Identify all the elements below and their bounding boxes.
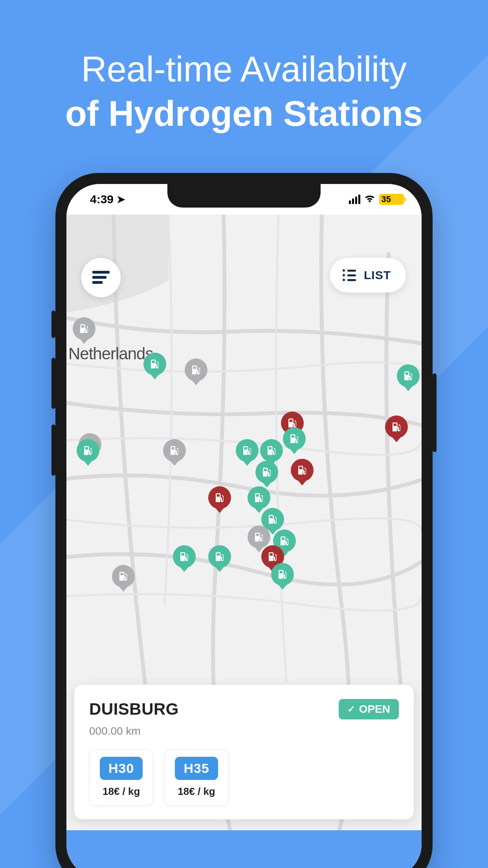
pressure-tile-h30[interactable]: H30 18€ / kg <box>89 749 153 806</box>
station-marker[interactable] <box>163 439 186 462</box>
promo-title: Real-time Availability of Hydrogen Stati… <box>0 47 488 136</box>
list-button[interactable]: LIST <box>330 258 406 292</box>
pressure-price: 18€ / kg <box>100 785 143 798</box>
station-distance: 000.00 km <box>89 725 399 737</box>
menu-icon <box>92 271 110 284</box>
station-marker[interactable] <box>208 486 231 509</box>
phone-switch <box>51 311 55 338</box>
phone-notch <box>167 184 321 208</box>
station-card[interactable]: DUISBURG ✓ OPEN 000.00 km H30 18€ / kg H… <box>74 685 414 819</box>
fuel-pump-icon <box>402 370 414 382</box>
station-marker[interactable] <box>283 427 306 450</box>
fuel-pump-icon <box>267 513 279 525</box>
list-icon <box>343 269 356 281</box>
battery-indicator: 35⚡ <box>379 194 404 205</box>
station-name: DUISBURG <box>89 700 179 719</box>
fuel-pump-icon <box>391 421 402 433</box>
station-marker[interactable] <box>208 545 231 568</box>
station-marker[interactable] <box>143 353 166 375</box>
station-status-badge: ✓ OPEN <box>339 699 399 719</box>
fuel-pump-icon <box>241 445 253 456</box>
promo-title-line1: Real-time Availability <box>0 47 488 92</box>
station-marker[interactable] <box>397 364 420 387</box>
fuel-pump-icon <box>253 531 265 543</box>
station-marker[interactable] <box>248 486 270 509</box>
station-marker[interactable] <box>248 526 270 548</box>
phone-frame: 4:39 ➤ 35⚡ <box>55 173 433 868</box>
station-marker[interactable] <box>255 461 278 484</box>
fuel-pump-icon <box>149 358 161 370</box>
promo-title-line2: of Hydrogen Stations <box>0 92 488 136</box>
fuel-pump-icon <box>277 568 288 580</box>
station-marker[interactable] <box>73 317 95 340</box>
pressure-label: H30 <box>100 757 143 780</box>
status-time: 4:39 <box>90 193 114 206</box>
wifi-icon <box>364 193 375 206</box>
phone-volume-down <box>51 425 55 476</box>
station-marker[interactable] <box>173 545 196 568</box>
menu-button[interactable] <box>81 258 121 297</box>
pressure-label: H35 <box>175 757 218 780</box>
fuel-pump-icon <box>288 433 300 445</box>
fuel-pump-icon <box>279 535 290 547</box>
station-marker[interactable] <box>112 565 135 588</box>
fuel-pump-icon <box>190 364 202 376</box>
map-view[interactable]: Netherlands LIST DUISBURG ✓ <box>66 215 422 868</box>
fuel-pump-icon <box>214 551 226 563</box>
cellular-icon <box>349 195 360 204</box>
station-marker[interactable] <box>236 439 259 462</box>
pressure-price: 18€ / kg <box>175 785 218 798</box>
phone-power <box>433 373 437 452</box>
fuel-pump-icon <box>266 445 277 456</box>
fuel-pump-icon <box>214 492 226 504</box>
station-marker[interactable] <box>185 359 207 381</box>
phone-screen: 4:39 ➤ 35⚡ <box>66 184 422 868</box>
station-marker[interactable] <box>77 439 99 462</box>
station-marker[interactable] <box>260 439 283 462</box>
map-country-label: Netherlands <box>68 344 153 363</box>
fuel-pump-icon <box>82 445 94 456</box>
location-icon: ➤ <box>117 193 125 206</box>
station-status-label: OPEN <box>359 703 390 715</box>
bottom-action-bar[interactable] <box>66 830 422 868</box>
station-marker[interactable] <box>385 416 408 438</box>
phone-volume-up <box>51 358 55 409</box>
fuel-pump-icon <box>296 464 308 476</box>
status-right: 35⚡ <box>349 193 404 206</box>
list-button-label: LIST <box>364 268 391 282</box>
status-left: 4:39 ➤ <box>90 193 125 206</box>
fuel-pump-icon <box>261 466 273 478</box>
fuel-pump-icon <box>117 570 129 582</box>
pressure-tile-h35[interactable]: H35 18€ / kg <box>164 749 228 806</box>
fuel-pump-icon <box>169 445 180 456</box>
station-marker[interactable] <box>291 459 314 482</box>
fuel-pump-icon <box>253 492 265 504</box>
fuel-pump-icon <box>78 323 90 335</box>
check-icon: ✓ <box>347 704 355 715</box>
fuel-pump-icon <box>267 551 279 563</box>
fuel-pump-icon <box>178 551 190 563</box>
station-marker[interactable] <box>271 563 294 586</box>
